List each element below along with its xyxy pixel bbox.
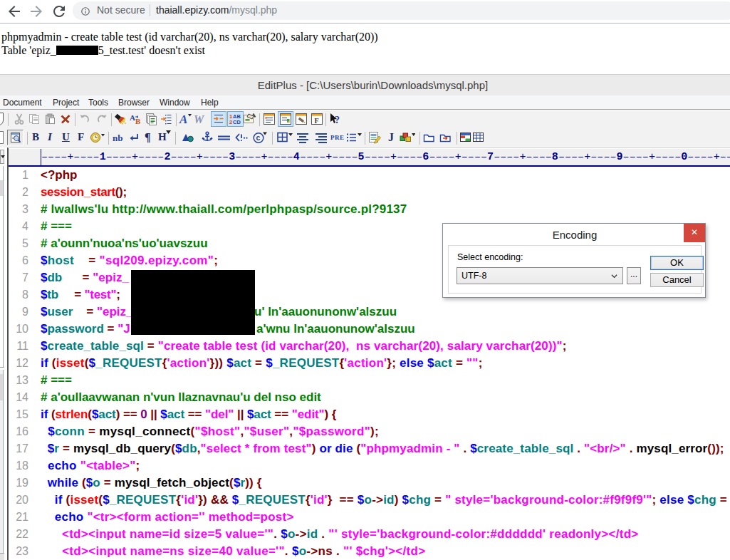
svg-text:2: 2 bbox=[229, 119, 232, 125]
svg-text:W: W bbox=[194, 113, 205, 125]
svg-text:?: ? bbox=[335, 115, 340, 125]
svg-text:CD: CD bbox=[233, 119, 241, 125]
svg-text:A: A bbox=[179, 113, 187, 125]
svg-text:B: B bbox=[135, 117, 141, 125]
svg-text:c: c bbox=[256, 133, 261, 142]
svg-text:F: F bbox=[315, 117, 319, 125]
svg-text:A: A bbox=[130, 113, 135, 122]
